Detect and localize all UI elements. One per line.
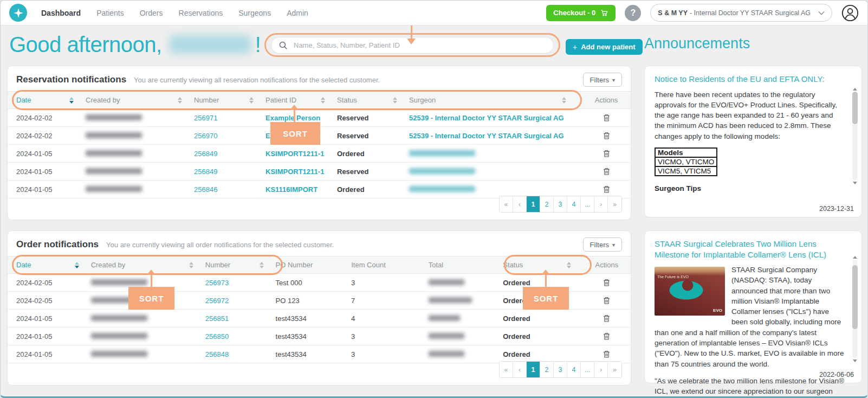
surgeon-link[interactable]: 52539 - Internal Doctor YY STAAR Surgica… bbox=[409, 132, 564, 140]
order-number-link[interactable]: 256972 bbox=[205, 297, 229, 305]
reservation-number-link[interactable]: 256970 bbox=[194, 132, 217, 140]
announcement-date: 2022-06-06 bbox=[819, 371, 854, 378]
surgeon-link[interactable]: 52539 - Internal Doctor YY STAAR Surgica… bbox=[409, 114, 564, 122]
cell-date: 2024-01-05 bbox=[16, 332, 91, 341]
delete-icon[interactable] bbox=[603, 149, 611, 158]
page-first[interactable]: « bbox=[500, 196, 513, 212]
delete-icon[interactable] bbox=[603, 296, 611, 305]
page-next[interactable]: › bbox=[594, 362, 608, 377]
cell-surgeon-redacted bbox=[409, 185, 578, 194]
delete-icon[interactable] bbox=[603, 131, 611, 140]
column-header-number[interactable]: Number bbox=[194, 96, 265, 104]
cell-created-by-redacted bbox=[91, 332, 205, 341]
cell-created-by-redacted bbox=[86, 114, 194, 122]
column-header-created-by[interactable]: Created by bbox=[86, 96, 194, 104]
scrollbar-thumb[interactable] bbox=[852, 265, 858, 329]
column-header-number[interactable]: Number bbox=[205, 261, 276, 269]
column-header-patient-id[interactable]: Patient ID bbox=[265, 96, 337, 104]
patient-id-link[interactable]: Example Person bbox=[265, 114, 320, 122]
column-header-date[interactable]: Date bbox=[16, 261, 91, 269]
user-avatar-icon[interactable] bbox=[841, 4, 859, 22]
column-header-created-by[interactable]: Created by bbox=[91, 261, 205, 269]
patient-id-link[interactable]: KSIMPORT1211-1 bbox=[265, 150, 324, 158]
staar-logo-icon[interactable] bbox=[9, 4, 27, 22]
order-number-link[interactable]: 256850 bbox=[205, 332, 229, 341]
customer-name: S & M YY bbox=[658, 9, 688, 17]
page-last[interactable]: » bbox=[608, 196, 621, 212]
page-ellipsis[interactable]: ... bbox=[581, 196, 594, 212]
nav-item-patients[interactable]: Patients bbox=[96, 9, 124, 17]
checkout-button[interactable]: Checkout - 0 bbox=[546, 5, 616, 21]
delete-icon[interactable] bbox=[603, 113, 611, 122]
page-last[interactable]: » bbox=[608, 362, 621, 377]
nav-item-dashboard[interactable]: Dashboard bbox=[41, 9, 81, 17]
search-arrow-line bbox=[411, 25, 412, 39]
order-number-link[interactable]: 256848 bbox=[205, 350, 229, 358]
delete-icon[interactable] bbox=[603, 185, 611, 194]
order-notifications-card: Order notifications You are currently vi… bbox=[7, 230, 631, 386]
cell-surgeon-redacted bbox=[409, 168, 578, 176]
page-first[interactable]: « bbox=[500, 362, 513, 377]
nav-item-admin[interactable]: Admin bbox=[287, 9, 308, 17]
reservation-number-link[interactable]: 256849 bbox=[194, 150, 217, 158]
photo-badge: EVO bbox=[713, 307, 722, 313]
page-3[interactable]: 3 bbox=[554, 196, 567, 212]
announcement-scrollbar[interactable] bbox=[852, 88, 858, 184]
delete-icon[interactable] bbox=[603, 278, 611, 287]
order-number-link[interactable]: 256973 bbox=[205, 279, 229, 287]
column-header-status[interactable]: Status bbox=[337, 96, 409, 104]
page-ellipsis[interactable]: ... bbox=[581, 362, 594, 377]
reservation-card-header: Reservation notifications You are curren… bbox=[8, 66, 631, 85]
page-3[interactable]: 3 bbox=[554, 362, 567, 377]
announcement-paragraph: "As we celebrate the two million lens mi… bbox=[655, 377, 844, 398]
column-header-surgeon[interactable]: Surgeon bbox=[409, 96, 578, 104]
nav-item-orders[interactable]: Orders bbox=[140, 9, 163, 17]
help-icon[interactable]: ? bbox=[625, 5, 641, 21]
delete-icon[interactable] bbox=[603, 350, 611, 358]
page-prev[interactable]: ‹ bbox=[513, 362, 527, 377]
column-header-actions: Actions bbox=[583, 261, 631, 269]
patient-id-link[interactable]: KS1116IMPORT bbox=[265, 185, 318, 194]
search-input[interactable] bbox=[294, 41, 546, 49]
reservation-number-link[interactable]: 256971 bbox=[194, 114, 217, 122]
sort-icon bbox=[567, 262, 571, 268]
checkout-label: Checkout - 0 bbox=[553, 9, 595, 17]
add-new-patient-button[interactable]: + Add new patient bbox=[566, 39, 643, 55]
page-4[interactable]: 4 bbox=[567, 196, 581, 212]
reservation-number-link[interactable]: 256849 bbox=[194, 168, 217, 176]
page-prev[interactable]: ‹ bbox=[513, 196, 527, 212]
cell-po-number: test43534 bbox=[276, 314, 352, 323]
page-4[interactable]: 4 bbox=[567, 362, 581, 377]
nav-item-reservations[interactable]: Reservations bbox=[179, 9, 223, 17]
order-number-link[interactable]: 256851 bbox=[205, 314, 229, 323]
caret-down-icon: ▾ bbox=[612, 242, 615, 248]
delete-icon[interactable] bbox=[603, 332, 611, 341]
page-1[interactable]: 1 bbox=[527, 196, 540, 212]
delete-icon[interactable] bbox=[603, 314, 611, 323]
page-2[interactable]: 2 bbox=[540, 362, 554, 377]
reservation-number-link[interactable]: 256846 bbox=[194, 185, 217, 194]
page-1[interactable]: 1 bbox=[527, 362, 540, 377]
delete-icon[interactable] bbox=[603, 167, 611, 176]
page-next[interactable]: › bbox=[594, 196, 608, 212]
scroll-down-icon[interactable] bbox=[853, 182, 857, 184]
column-header-date[interactable]: Date bbox=[16, 96, 86, 104]
reservation-filters-button[interactable]: Filters ▾ bbox=[583, 73, 622, 87]
scroll-up-icon[interactable] bbox=[853, 256, 857, 259]
scroll-down-icon[interactable] bbox=[853, 360, 857, 362]
column-header-status[interactable]: Status bbox=[503, 261, 582, 269]
announcement-scrollbar[interactable] bbox=[852, 256, 858, 362]
greeting-heading: Good afternoon, ! bbox=[9, 30, 261, 59]
sort-icon bbox=[189, 262, 193, 268]
scrollbar-track[interactable] bbox=[852, 260, 858, 358]
scrollbar-track[interactable] bbox=[852, 92, 858, 181]
nav-item-surgeons[interactable]: Surgeons bbox=[238, 9, 271, 17]
sort-arrow-line bbox=[294, 110, 295, 123]
scroll-up-icon[interactable] bbox=[853, 88, 857, 91]
patient-id-link[interactable]: KSIMPORT1211-1 bbox=[265, 168, 324, 176]
order-filters-button[interactable]: Filters ▾ bbox=[583, 237, 622, 252]
cell-created-by-redacted bbox=[86, 185, 194, 194]
scrollbar-thumb[interactable] bbox=[852, 92, 858, 124]
customer-selector-dropdown[interactable]: S & M YY - Internal Doctor YY STAAR Surg… bbox=[650, 4, 832, 22]
page-2[interactable]: 2 bbox=[540, 196, 554, 212]
